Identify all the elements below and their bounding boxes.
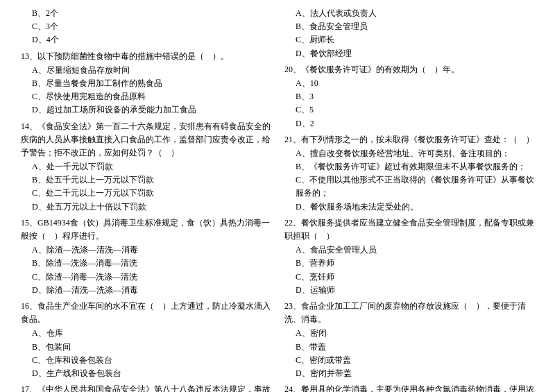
q13-opt-a: A、尽量缩短食品存放时间	[21, 64, 271, 77]
question-24-text: 24、餐用具的化学消毒，主要为使用各种含氯消毒药物消毒，使用浓度含有效氯（ ）以…	[284, 383, 534, 392]
q15-opt-a: A、除渣—洗涤—清洗—消毒	[21, 244, 271, 257]
two-column-layout: B、2个 C、3个 D、4个 13、以下预防细菌性食物中毒的措施中错误的是（ ）…	[21, 7, 534, 392]
q13-opt-b: B、尽量当餐食用加工制作的熟食品	[21, 77, 271, 90]
q15-opt-b: B、除渣—洗涤—消毒—清洗	[21, 257, 271, 270]
q20-opt-a: A、10	[284, 77, 534, 90]
q20-opt-d: D、2	[284, 117, 534, 130]
q22-opt-c: C、烹饪师	[284, 271, 534, 284]
q19-opt-d: D、餐饮部经理	[284, 47, 534, 60]
q22-opt-a: A、食品安全管理人员	[284, 244, 534, 257]
q16-opt-a: A、仓库	[21, 327, 271, 340]
q23-opt-b: B、带盖	[284, 341, 534, 354]
question-19-options: A、法人代表或负责人 B、食品安全管理员 C、厨师长 D、餐饮部经理	[284, 7, 534, 60]
right-column: A、法人代表或负责人 B、食品安全管理员 C、厨师长 D、餐饮部经理 20、《餐…	[284, 7, 534, 392]
q23-opt-d: D、密闭并带盖	[284, 367, 534, 380]
question-13-text: 13、以下预防细菌性食物中毒的措施中错误的是（ ）。	[21, 50, 271, 63]
q23-opt-c: C、密闭或带盖	[284, 354, 534, 367]
question-16-text: 16、食品生产企业车间的水不宜在（ ）上方通过，防止冷凝水滴入食品。	[21, 300, 271, 326]
question-21-text: 21、有下列情形之一的，按未取得《餐饮服务许可证》查处：（ ）	[284, 133, 534, 146]
q21-opt-d: D、餐饮服务场地未法定受处的。	[284, 201, 534, 214]
q15-opt-c: C、除渣—消毒—洗涤—清洗	[21, 271, 271, 284]
question-20: 20、《餐饮服务许可证》的有效期为（ ）年。 A、10 B、3 C、5 D、2	[284, 63, 534, 130]
left-column: B、2个 C、3个 D、4个 13、以下预防细菌性食物中毒的措施中错误的是（ ）…	[21, 7, 271, 392]
question-23-text: 23、食品企业加工工厂间的废弃物的存放设施应（ ），要便于清洗、消毒。	[284, 300, 534, 326]
prev-question-options: B、2个 C、3个 D、4个	[21, 7, 271, 47]
q16-opt-c: C、仓库和设备包装台	[21, 354, 271, 367]
option-d4: D、4个	[21, 33, 271, 46]
question-14: 14、《食品安全法》第一百二十六条规定，安排患有有碍食品安全的疾病的人员从事接触…	[21, 120, 271, 214]
q14-opt-b: B、处五千元以上一万元以下罚款	[21, 173, 271, 187]
q16-opt-d: D、生产线和设备包装台	[21, 367, 271, 380]
question-16: 16、食品生产企业车间的水不宜在（ ）上方通过，防止冷凝水滴入食品。 A、仓库 …	[21, 300, 271, 380]
option-c3: C、3个	[21, 20, 271, 33]
question-23: 23、食品企业加工工厂间的废弃物的存放设施应（ ），要便于清洗、消毒。 A、密闭…	[284, 300, 534, 380]
q14-opt-c: C、处二千元以上一万元以下罚款	[21, 187, 271, 200]
question-20-text: 20、《餐饮服务许可证》的有效期为（ ）年。	[284, 63, 534, 76]
question-15-text: 15、GB14934食（饮）具消毒卫生标准规定，食（饮）具热力消毒一般按（ ）程…	[21, 216, 271, 243]
q21-opt-a: A、擅自改变餐饮服务经营地址、许可类别、备注项目的；	[284, 147, 534, 160]
q19-opt-b: B、食品安全管理员	[284, 20, 534, 33]
question-17-text: 17、《中华人民共和国食品安全法》第八十八条违反本法规定，事故单位在发生食品安全…	[21, 383, 271, 392]
q20-opt-b: B、3	[284, 90, 534, 103]
page: B、2个 C、3个 D、4个 13、以下预防细菌性食物中毒的措施中错误的是（ ）…	[21, 7, 534, 392]
question-13: 13、以下预防细菌性食物中毒的措施中错误的是（ ）。 A、尽量缩短食品存放时间 …	[21, 50, 271, 117]
question-22-text: 22、餐饮服务提供者应当建立健全食品安全管理制度，配备专职或兼职担职（ ）	[284, 216, 534, 243]
q19-opt-c: C、厨师长	[284, 33, 534, 46]
q13-opt-d: D、超过加工场所和设备的承受能力加工食品	[21, 103, 271, 117]
q22-opt-b: B、营养师	[284, 257, 534, 270]
question-15: 15、GB14934食（饮）具消毒卫生标准规定，食（饮）具热力消毒一般按（ ）程…	[21, 216, 271, 297]
q21-opt-c: C、不使用以其他形式不正当取得的《餐饮服务许可证》从事餐饮服务的；	[284, 173, 534, 200]
q19-opt-a: A、法人代表或负责人	[284, 7, 534, 20]
q16-opt-b: B、包装间	[21, 341, 271, 354]
question-21: 21、有下列情形之一的，按未取得《餐饮服务许可证》查处：（ ） A、擅自改变餐饮…	[284, 133, 534, 214]
question-24: 24、餐用具的化学消毒，主要为使用各种含氯消毒药物消毒，使用浓度含有效氯（ ）以…	[284, 383, 534, 392]
q23-opt-a: A、密闭	[284, 327, 534, 340]
q21-opt-b: B、《餐饮服务许可证》超过有效期限但未不从事餐饮服务的；	[284, 160, 534, 173]
option-b2: B、2个	[21, 7, 271, 20]
question-14-text: 14、《食品安全法》第一百二十六条规定，安排患有有碍食品安全的疾病的人员从事接触…	[21, 120, 271, 160]
q13-opt-c: C、尽快使用完粗造的食品原料	[21, 90, 271, 103]
q14-opt-d: D、处五万元以上十倍以下罚款	[21, 201, 271, 214]
q14-opt-a: A、处一千元以下罚款	[21, 160, 271, 173]
q15-opt-d: D、除渣—清洗—洗涤—消毒	[21, 284, 271, 297]
q20-opt-c: C、5	[284, 103, 534, 117]
question-17: 17、《中华人民共和国食品安全法》第八十八条违反本法规定，事故单位在发生食品安全…	[21, 383, 271, 392]
question-22: 22、餐饮服务提供者应当建立健全食品安全管理制度，配备专职或兼职担职（ ） A、…	[284, 216, 534, 297]
q22-opt-d: D、运输师	[284, 284, 534, 297]
